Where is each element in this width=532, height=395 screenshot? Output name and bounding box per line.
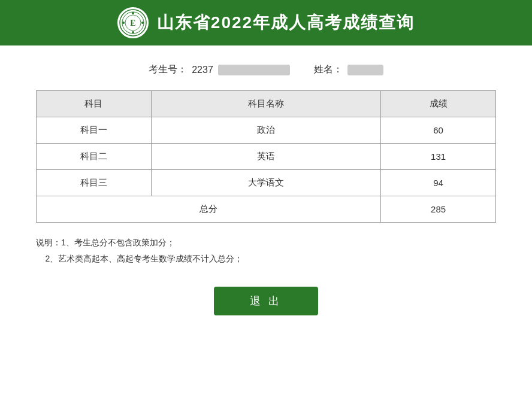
student-info-row: 考生号： 2237 姓名： (36, 63, 496, 76)
cell-subject-1: 科目一 (37, 117, 152, 144)
svg-point-5 (132, 31, 134, 34)
student-name-item: 姓名： (314, 63, 383, 76)
col-header-subject: 科目 (37, 91, 152, 117)
cell-score-2: 131 (381, 144, 496, 170)
cell-name-3: 大学语文 (151, 170, 381, 196)
table-row-total: 总分 285 (37, 196, 496, 223)
notes-line-2: 2、艺术类高起本、高起专考生数学成绩不计入总分； (46, 254, 243, 263)
table-row: 科目二 英语 131 (37, 144, 496, 170)
table-row: 科目三 大学语文 94 (37, 170, 496, 196)
score-table: 科目 科目名称 成绩 科目一 政治 60 科目二 英语 131 科目三 大学语文 (36, 90, 496, 223)
student-id-prefix: 2237 (192, 65, 213, 75)
table-header-row: 科目 科目名称 成绩 (37, 91, 496, 117)
student-id-label: 考生号： (149, 63, 187, 76)
notes-line-1: 1、考生总分不包含政策加分； (61, 238, 175, 247)
student-name-blurred (347, 65, 383, 75)
student-id-blurred (218, 65, 290, 75)
cell-total-score: 285 (381, 196, 496, 223)
logo-icon: E (119, 9, 147, 37)
cell-name-2: 英语 (151, 144, 381, 170)
logo: E (117, 7, 149, 38)
cell-subject-3: 科目三 (37, 170, 152, 196)
notes-prefix: 说明： (36, 238, 61, 247)
svg-text:E: E (130, 19, 135, 28)
student-id-item: 考生号： 2237 (149, 63, 290, 76)
svg-point-7 (141, 22, 144, 24)
page-title: 山东省2022年成人高考成绩查询 (157, 11, 415, 34)
table-header: 科目 科目名称 成绩 (37, 91, 496, 117)
cell-score-1: 60 (381, 117, 496, 144)
cell-subject-2: 科目二 (37, 144, 152, 170)
table-row: 科目一 政治 60 (37, 117, 496, 144)
svg-point-6 (122, 22, 125, 24)
notes-indent (36, 254, 46, 263)
svg-point-4 (132, 12, 134, 14)
main-content: 考生号： 2237 姓名： 科目 科目名称 成绩 科目一 政治 60 (0, 45, 532, 395)
page-header: E 山东省2022年成人高考成绩查询 (0, 0, 532, 45)
cell-total-label: 总分 (37, 196, 381, 223)
student-name-label: 姓名： (314, 63, 343, 76)
col-header-name: 科目名称 (151, 91, 381, 117)
table-body: 科目一 政治 60 科目二 英语 131 科目三 大学语文 94 总分 285 (37, 117, 496, 223)
cell-name-1: 政治 (151, 117, 381, 144)
col-header-score: 成绩 (381, 91, 496, 117)
logout-button[interactable]: 退 出 (214, 287, 318, 315)
notes-section: 说明：1、考生总分不包含政策加分； 2、艺术类高起本、高起专考生数学成绩不计入总… (36, 235, 496, 266)
cell-score-3: 94 (381, 170, 496, 196)
